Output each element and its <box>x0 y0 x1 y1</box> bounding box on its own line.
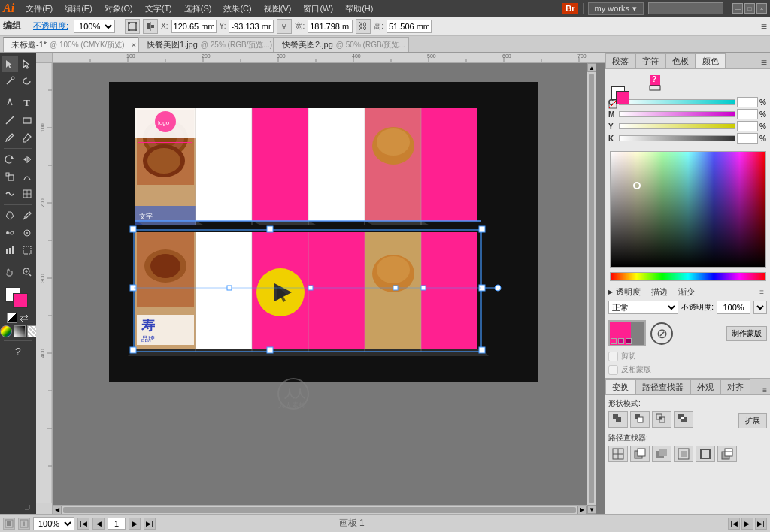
menu-file[interactable]: 文件(F) <box>20 2 58 16</box>
pf-outline-btn[interactable] <box>696 446 715 462</box>
invert-checkbox[interactable] <box>608 365 618 375</box>
tab-color[interactable]: 颜色 <box>696 53 726 68</box>
maximize-button[interactable]: □ <box>744 3 755 14</box>
rotate-tool[interactable] <box>2 151 18 168</box>
menu-type[interactable]: 文字(T) <box>140 2 177 16</box>
menu-select[interactable]: 选择(S) <box>179 2 217 16</box>
make-mask-button[interactable]: 制作蒙版 <box>726 326 767 341</box>
default-colors-icon[interactable] <box>7 313 17 323</box>
panel-options-icon[interactable]: ≡ <box>761 20 767 32</box>
link-dimensions-icon[interactable] <box>277 19 292 34</box>
k-input[interactable] <box>737 133 758 144</box>
transform-icon[interactable] <box>125 19 140 34</box>
fill-color-swatch[interactable] <box>616 91 629 104</box>
tab-0[interactable]: 未标题-1* @ 100% (CMYK/预览) ✕ <box>3 37 138 52</box>
no-mask-icon[interactable]: ⊘ <box>650 322 673 345</box>
c-slider[interactable] <box>619 99 735 105</box>
shape-intersect-btn[interactable] <box>652 411 671 428</box>
menu-effect[interactable]: 效果(C) <box>218 2 256 16</box>
tab-2[interactable]: 快餐美图2.jpg @ 50% (RGB/预览... ✕ <box>274 37 409 52</box>
constrain-icon[interactable]: ⛓ <box>356 19 371 34</box>
question-icon-small[interactable]: ? <box>649 74 661 92</box>
pf-minus-back-btn[interactable] <box>717 446 737 462</box>
pencil-tool[interactable] <box>19 129 35 146</box>
symbol-tool[interactable] <box>19 225 35 241</box>
transparency-menu-btn[interactable]: ≡ <box>756 288 767 296</box>
no-fill-icon[interactable] <box>608 100 616 107</box>
m-slider[interactable] <box>619 111 735 117</box>
close-button[interactable]: × <box>756 3 767 14</box>
c-input[interactable] <box>737 97 758 107</box>
next-page-btn[interactable]: ▶ <box>129 518 141 530</box>
eyedropper-tool[interactable] <box>19 207 35 224</box>
direct-selection-tool[interactable] <box>19 56 35 72</box>
pf-crop-btn[interactable] <box>674 446 693 462</box>
rect-tool[interactable] <box>19 112 35 128</box>
none-icon[interactable] <box>27 325 36 337</box>
paintbrush-tool[interactable] <box>2 129 18 146</box>
tab-align[interactable]: 对齐 <box>720 379 750 394</box>
opacity-select-small[interactable] <box>753 301 767 314</box>
tab-pathfinder[interactable]: 路径查找器 <box>635 379 690 394</box>
hand-tool[interactable] <box>2 264 18 280</box>
opacity-label[interactable]: 不透明度: <box>31 20 71 32</box>
color-icon[interactable] <box>0 325 12 337</box>
reflect-tool[interactable] <box>19 151 35 168</box>
lasso-tool[interactable] <box>19 73 35 89</box>
vertical-scrollbar[interactable]: ▲ ▼ <box>587 63 596 514</box>
line-tool[interactable] <box>2 112 18 128</box>
play-btn[interactable]: ▶ <box>741 518 753 530</box>
gradient-label[interactable]: 渐变 <box>678 286 695 298</box>
scroll-down-button[interactable]: ▼ <box>587 505 596 514</box>
pf-divide-btn[interactable] <box>608 446 628 462</box>
gradient-icon[interactable] <box>14 325 26 337</box>
align-icon[interactable] <box>143 19 158 34</box>
bridge-button[interactable]: Br <box>562 3 578 14</box>
y-slider[interactable] <box>619 123 735 129</box>
expand-button[interactable]: 扩展 <box>738 413 767 428</box>
zoom-select[interactable]: 100% 50% 25% 200% <box>33 517 74 530</box>
status-icon[interactable] <box>3 518 15 530</box>
canvas-area[interactable]: 100 200 300 400 500 600 700 <box>36 53 605 514</box>
scroll-left-button[interactable]: ◀ <box>53 506 62 515</box>
transparency-arrow[interactable]: ▶ <box>608 289 613 295</box>
height-input[interactable] <box>387 20 432 33</box>
layer-thumbnail[interactable] <box>608 320 646 346</box>
scroll-thumb[interactable] <box>589 74 594 503</box>
artboard-tool[interactable] <box>19 242 35 258</box>
tab-paragraph[interactable]: 段落 <box>605 53 635 68</box>
panel-menu-icon[interactable]: ≡ <box>758 56 770 68</box>
magic-wand-tool[interactable] <box>2 73 18 89</box>
horizontal-scrollbar[interactable]: ◀ ▶ <box>53 505 587 514</box>
y-input[interactable] <box>737 121 758 131</box>
stroke-label[interactable]: 描边 <box>651 286 668 298</box>
minimize-button[interactable]: — <box>732 3 743 14</box>
reshape-tool[interactable] <box>19 168 35 185</box>
blend-tool[interactable] <box>2 225 18 241</box>
tab-appearance[interactable]: 外观 <box>690 379 720 394</box>
tab-1[interactable]: 快餐美图1.jpg @ 25% (RGB/预览...) ✕ <box>138 37 274 52</box>
bucket-tool[interactable] <box>2 207 18 224</box>
blend-mode-select[interactable]: 正常 正片叠底 滤色 <box>608 301 678 314</box>
selection-tool[interactable] <box>2 56 18 72</box>
shape-exclude-btn[interactable] <box>674 411 693 428</box>
zoom-tool[interactable] <box>19 264 35 280</box>
tab-swatches[interactable]: 色板 <box>665 53 696 68</box>
swap-colors-icon[interactable] <box>19 313 29 323</box>
opacity-input[interactable] <box>717 301 750 314</box>
fill-swatch[interactable] <box>13 293 28 308</box>
page-number-input[interactable] <box>108 518 126 530</box>
column-graph-tool[interactable] <box>2 242 18 258</box>
h-scroll-thumb[interactable] <box>63 507 576 513</box>
next-page-end-btn[interactable]: ▶| <box>144 518 156 530</box>
clip-checkbox[interactable] <box>608 352 618 361</box>
scale-tool[interactable] <box>2 168 18 185</box>
shape-subtract-btn[interactable] <box>630 411 650 428</box>
info-icon[interactable] <box>18 518 30 530</box>
x-input[interactable] <box>171 20 217 33</box>
scroll-up-button[interactable]: ▲ <box>587 63 596 72</box>
opacity-select[interactable]: 100% <box>74 20 115 33</box>
menu-edit[interactable]: 编辑(E) <box>59 2 98 16</box>
m-input[interactable] <box>737 109 758 119</box>
prev-page-btn[interactable]: ◀ <box>92 518 105 530</box>
